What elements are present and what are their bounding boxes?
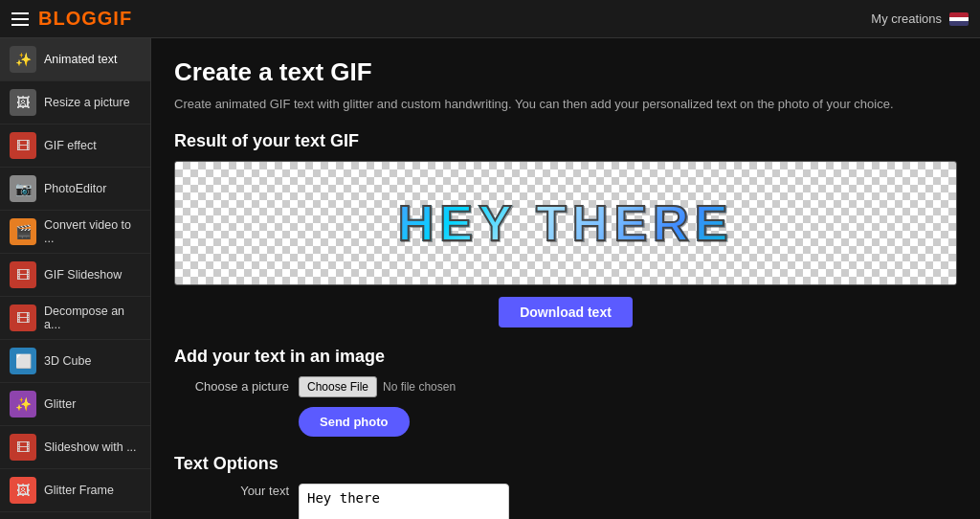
sidebar-item-pop-art[interactable]: 🎨 Pop Art picture bbox=[0, 512, 150, 519]
hamburger-menu[interactable] bbox=[11, 12, 29, 26]
sidebar-item-3d-cube[interactable]: ⬜ 3D Cube bbox=[0, 340, 150, 383]
sidebar-icon-gif-slideshow: 🎞 bbox=[10, 261, 36, 288]
add-image-section: Add your text in an image Choose a pictu… bbox=[174, 347, 957, 437]
sidebar-icon-convert-video: 🎬 bbox=[10, 218, 36, 245]
language-flag[interactable] bbox=[949, 12, 969, 26]
logo: BLOGGIF bbox=[38, 8, 132, 30]
sidebar: ✨ Animated text 🖼 Resize a picture 🎞 GIF… bbox=[0, 38, 151, 519]
sidebar-icon-animated-text: ✨ bbox=[10, 46, 36, 73]
sidebar-item-gif-slideshow[interactable]: 🎞 GIF Slideshow bbox=[0, 254, 150, 297]
sidebar-icon-photo-editor: 📷 bbox=[10, 175, 36, 202]
sidebar-label-slideshow-with: Slideshow with ... bbox=[44, 440, 137, 454]
sidebar-label-glitter-frame: Glitter Frame bbox=[44, 484, 114, 497]
header: BLOGGIF My creations bbox=[0, 0, 980, 38]
sidebar-icon-gif-effect: 🎞 bbox=[10, 132, 36, 159]
sidebar-item-slideshow-with[interactable]: 🎞 Slideshow with ... bbox=[0, 426, 150, 469]
your-text-input[interactable] bbox=[299, 484, 509, 520]
sidebar-label-gif-effect: GIF effect bbox=[44, 139, 97, 152]
file-input-wrapper: Choose File No file chosen bbox=[299, 376, 456, 397]
sidebar-item-convert-video[interactable]: 🎬 Convert video to ... bbox=[0, 211, 150, 254]
no-file-label: No file chosen bbox=[383, 380, 456, 394]
sidebar-icon-decompose: 🎞 bbox=[10, 305, 36, 331]
choose-picture-label: Choose a picture bbox=[174, 379, 289, 394]
sidebar-item-animated-text[interactable]: ✨ Animated text bbox=[0, 38, 150, 81]
sidebar-item-gif-effect[interactable]: 🎞 GIF effect bbox=[0, 124, 150, 168]
gif-text-preview: Hey there bbox=[398, 194, 734, 252]
layout: ✨ Animated text 🖼 Resize a picture 🎞 GIF… bbox=[0, 38, 980, 519]
your-text-row: Your text bbox=[174, 484, 957, 520]
sidebar-label-photo-editor: PhotoEditor bbox=[44, 182, 106, 195]
gif-preview-area: Hey there bbox=[174, 161, 957, 285]
choose-file-button[interactable]: Choose File bbox=[299, 376, 377, 397]
sidebar-icon-glitter: ✨ bbox=[10, 391, 36, 417]
header-right: My creations bbox=[871, 11, 969, 26]
sidebar-icon-resize-picture: 🖼 bbox=[10, 89, 36, 116]
choose-picture-row: Choose a picture Choose File No file cho… bbox=[174, 376, 957, 397]
my-creations-link[interactable]: My creations bbox=[871, 11, 942, 26]
sidebar-icon-3d-cube: ⬜ bbox=[10, 348, 36, 374]
sidebar-item-resize-picture[interactable]: 🖼 Resize a picture bbox=[0, 81, 150, 124]
main-content: Create a text GIF Create animated GIF te… bbox=[151, 38, 980, 519]
sidebar-label-3d-cube: 3D Cube bbox=[44, 354, 91, 368]
sidebar-label-animated-text: Animated text bbox=[44, 53, 117, 66]
sidebar-label-resize-picture: Resize a picture bbox=[44, 96, 130, 109]
sidebar-item-glitter[interactable]: ✨ Glitter bbox=[0, 383, 150, 426]
sidebar-label-glitter: Glitter bbox=[44, 397, 76, 411]
your-text-label: Your text bbox=[174, 484, 289, 498]
result-section-title: Result of your text GIF bbox=[174, 131, 957, 151]
sidebar-icon-slideshow-with: 🎞 bbox=[10, 434, 36, 461]
sidebar-label-gif-slideshow: GIF Slideshow bbox=[44, 268, 122, 282]
sidebar-icon-glitter-frame: 🖼 bbox=[10, 477, 36, 504]
add-image-title: Add your text in an image bbox=[174, 347, 957, 367]
sidebar-label-decompose: Decompose an a... bbox=[44, 305, 141, 331]
text-options-title: Text Options bbox=[174, 454, 957, 474]
sidebar-item-decompose[interactable]: 🎞 Decompose an a... bbox=[0, 297, 150, 340]
page-title: Create a text GIF bbox=[174, 57, 957, 87]
sidebar-label-convert-video: Convert video to ... bbox=[44, 218, 141, 245]
header-left: BLOGGIF bbox=[11, 8, 132, 30]
sidebar-item-glitter-frame[interactable]: 🖼 Glitter Frame bbox=[0, 469, 150, 512]
download-text-button[interactable]: Download text bbox=[499, 297, 633, 327]
page-description: Create animated GIF text with glitter an… bbox=[174, 95, 957, 114]
send-photo-button[interactable]: Send photo bbox=[299, 407, 410, 437]
sidebar-item-photo-editor[interactable]: 📷 PhotoEditor bbox=[0, 168, 150, 211]
text-options-section: Text Options Your text bbox=[174, 454, 957, 520]
